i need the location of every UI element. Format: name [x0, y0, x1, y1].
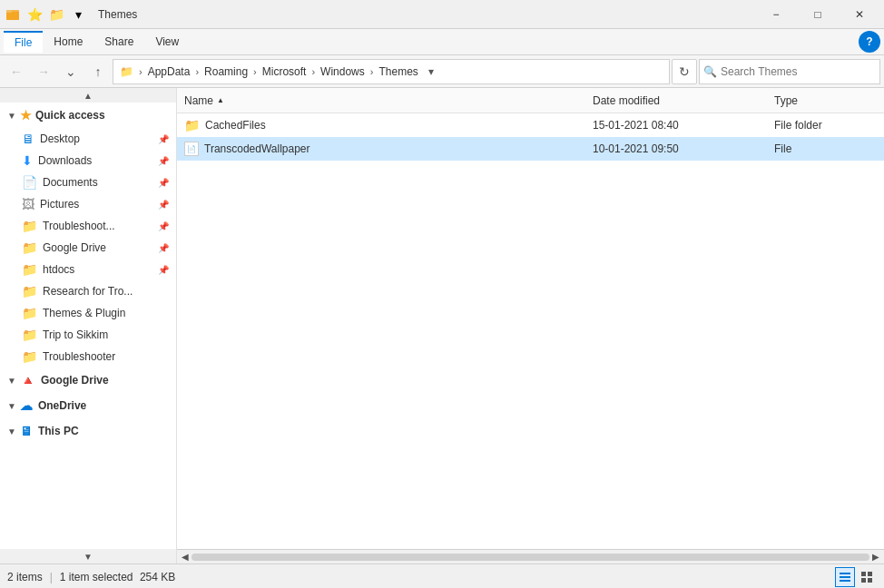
onedrive-chevron: ▼	[7, 401, 16, 411]
sidebar-item-themes-plugins[interactable]: 📁 Themes & Plugin	[0, 302, 176, 324]
sidebar-item-googledrive-pinned[interactable]: 📁 Google Drive 📌	[0, 237, 176, 259]
up-button[interactable]: ↑	[85, 59, 111, 84]
sidebar-scroll-down[interactable]: ▼	[0, 549, 176, 564]
table-row[interactable]: 📁 CachedFiles 15-01-2021 08:40 File fold…	[177, 113, 884, 137]
view-controls	[835, 567, 877, 587]
title-folder-icon: 📁	[47, 5, 65, 24]
sidebar-item-htdocs[interactable]: 📁 htdocs 📌	[0, 259, 176, 280]
forward-button[interactable]: →	[31, 59, 56, 84]
breadcrumb-sep-2: ›	[253, 66, 257, 77]
breadcrumb-sep-0: ›	[139, 66, 142, 77]
onedrive-header[interactable]: ▼ ☁ OneDrive	[0, 393, 176, 418]
tab-view[interactable]: View	[144, 32, 190, 52]
horizontal-scrollbar[interactable]: ◀ ▶	[177, 549, 884, 564]
search-box[interactable]: 🔍	[699, 59, 880, 84]
folder-file-icon-0: 📁	[184, 118, 200, 132]
folder-icon-2: 📁	[22, 262, 37, 277]
sidebar-item-troubleshooter[interactable]: 📁 Troubleshooter	[0, 346, 176, 368]
thispc-label: This PC	[38, 425, 79, 437]
breadcrumb-roaming[interactable]: Roaming	[201, 65, 251, 78]
sidebar-scroll-up[interactable]: ▲	[0, 88, 176, 103]
breadcrumb-sep-4: ›	[370, 66, 374, 77]
folder-icon-3: 📁	[22, 284, 37, 299]
scroll-left-arrow[interactable]: ◀	[179, 551, 192, 564]
main-container: ▲ ▼ ★ Quick access 🖥 Desktop 📌 ⬇ Downloa…	[0, 88, 884, 564]
pin-icon-troubleshoot: 📌	[158, 221, 169, 231]
svg-rect-4	[840, 576, 850, 578]
breadcrumb-windows[interactable]: Windows	[317, 65, 368, 78]
breadcrumb-sep-3: ›	[311, 66, 315, 77]
col-type-header[interactable]: Type	[767, 88, 884, 113]
quick-access-label: Quick access	[35, 109, 105, 122]
onedrive-icon: ☁	[20, 398, 33, 413]
tab-home[interactable]: Home	[43, 32, 93, 52]
title-down-arrow[interactable]: ▾	[69, 5, 87, 24]
sidebar-label-googledrive-pinned: Google Drive	[43, 241, 106, 254]
item-count: 2 items	[7, 571, 43, 583]
sidebar-item-documents[interactable]: 📄 Documents 📌	[0, 172, 176, 193]
sidebar-item-desktop[interactable]: 🖥 Desktop 📌	[0, 128, 176, 150]
refresh-button[interactable]: ↻	[672, 59, 697, 84]
folder-icon-5: 📁	[22, 328, 37, 342]
breadcrumb-dropdown[interactable]: ▾	[422, 65, 440, 78]
selection-count: 1 item selected	[60, 571, 133, 583]
close-button[interactable]: ✕	[839, 0, 880, 29]
table-row[interactable]: 📄 TranscodedWallpaper 10-01-2021 09:50 F…	[177, 137, 884, 161]
breadcrumb[interactable]: 📁 › AppData › Roaming › Microsoft › Wind…	[113, 59, 670, 84]
col-name-header[interactable]: Name ▲	[177, 88, 585, 113]
sidebar-label-desktop: Desktop	[40, 132, 80, 145]
file-name-1: TranscodedWallpaper	[204, 142, 310, 155]
selection-size: 254 KB	[140, 571, 175, 583]
pin-icon-pictures: 📌	[158, 200, 169, 210]
svg-rect-2	[6, 10, 12, 13]
thispc-chevron: ▼	[7, 426, 16, 436]
breadcrumb-appdata[interactable]: AppData	[144, 65, 194, 78]
help-button[interactable]: ?	[859, 31, 880, 53]
sidebar-item-troubleshoot-pinned[interactable]: 📁 Troubleshoot... 📌	[0, 215, 176, 237]
sidebar-item-downloads[interactable]: ⬇ Downloads 📌	[0, 150, 176, 172]
svg-rect-9	[868, 578, 872, 583]
svg-rect-6	[861, 572, 866, 576]
ribbon-expand: ?	[859, 31, 880, 53]
google-drive-header[interactable]: ▼ 🔺 Google Drive	[0, 368, 176, 393]
file-type-cell-1: File	[767, 142, 884, 155]
maximize-button[interactable]: □	[797, 0, 839, 29]
google-drive-label: Google Drive	[41, 374, 109, 387]
col-date-header[interactable]: Date modified	[585, 88, 767, 113]
quick-access-header[interactable]: ▼ ★ Quick access	[0, 103, 176, 128]
svg-rect-1	[6, 12, 19, 20]
svg-rect-3	[840, 573, 850, 574]
details-view-button[interactable]	[835, 567, 855, 587]
pin-icon-htdocs: 📌	[158, 265, 169, 275]
window-controls: − □ ✕	[755, 0, 880, 29]
thispc-header[interactable]: ▼ 🖥 This PC	[0, 418, 176, 444]
minimize-button[interactable]: −	[755, 0, 797, 29]
file-name-cell-1: 📄 TranscodedWallpaper	[177, 142, 585, 156]
file-content: Name ▲ Date modified Type Size 📁 CachedF…	[177, 88, 884, 564]
folder-icon-0: 📁	[22, 219, 37, 233]
sidebar-item-pictures[interactable]: 🖼 Pictures 📌	[0, 193, 176, 215]
pin-icon-downloads: 📌	[158, 156, 169, 166]
tab-file[interactable]: File	[4, 31, 43, 53]
sidebar-label-downloads: Downloads	[38, 154, 92, 167]
col-sort-icon: ▲	[217, 96, 224, 104]
breadcrumb-themes[interactable]: Themes	[375, 65, 421, 78]
sidebar-item-trip[interactable]: 📁 Trip to Sikkim	[0, 324, 176, 346]
sidebar-label-research: Research for Tro...	[43, 285, 133, 298]
sidebar-label-documents: Documents	[43, 176, 98, 189]
sidebar-label-trip: Trip to Sikkim	[43, 328, 108, 341]
search-input[interactable]	[721, 65, 876, 78]
tab-share[interactable]: Share	[93, 32, 144, 52]
downloads-icon: ⬇	[22, 153, 33, 168]
large-icons-view-button[interactable]	[857, 567, 877, 587]
svg-rect-7	[868, 572, 872, 576]
status-separator: |	[50, 571, 53, 583]
breadcrumb-microsoft[interactable]: Microsoft	[259, 65, 310, 78]
back-button[interactable]: ←	[4, 59, 29, 84]
sidebar-item-research[interactable]: 📁 Research for Tro...	[0, 280, 176, 302]
sidebar: ▲ ▼ ★ Quick access 🖥 Desktop 📌 ⬇ Downloa…	[0, 88, 177, 564]
scroll-track[interactable]	[192, 554, 869, 561]
recent-locations-button[interactable]: ⌄	[58, 59, 83, 84]
scroll-right-arrow[interactable]: ▶	[869, 551, 882, 564]
window-title: Themes	[94, 8, 755, 21]
